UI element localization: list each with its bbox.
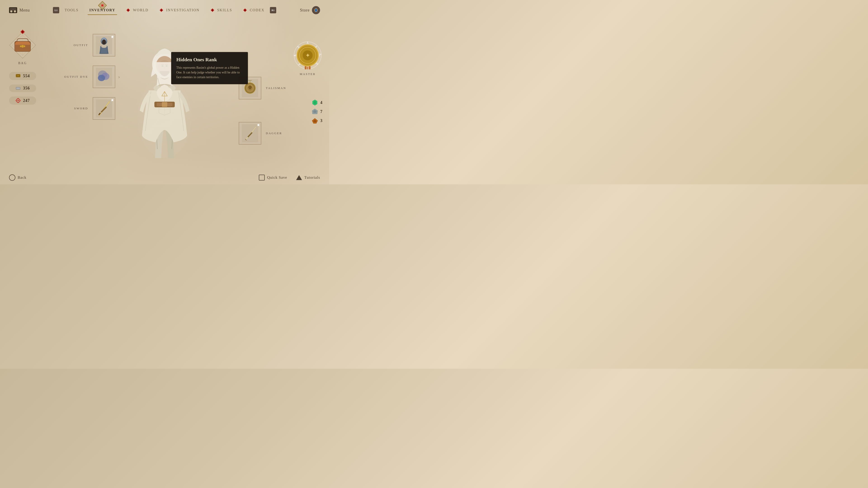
talisman-label: TALISMAN <box>266 86 288 90</box>
store-icon: 👤 <box>312 6 320 14</box>
emerald-icon <box>312 99 318 106</box>
bronze-count: 3 <box>320 119 322 123</box>
equipment-left: OUTFIT <box>63 34 115 120</box>
leather-count: 554 <box>23 74 30 78</box>
svg-text:✦: ✦ <box>306 53 310 58</box>
back-button[interactable]: Back <box>9 174 26 181</box>
bag-container: BAG <box>9 32 36 65</box>
silver-count: 7 <box>320 109 322 114</box>
outfit-dye-label: OUTFIT DYE <box>63 75 88 78</box>
equipment-right: TALISMAN DA <box>239 77 288 144</box>
svg-rect-33 <box>16 88 20 89</box>
leather-icon <box>16 73 21 78</box>
svg-point-2 <box>14 10 16 12</box>
r1-button[interactable]: R1 <box>270 7 276 13</box>
triangle-icon <box>296 175 302 180</box>
tab-codex[interactable]: Codex <box>238 5 270 15</box>
tab-investigation[interactable]: Investigation <box>154 5 205 15</box>
silver-icon <box>312 108 318 115</box>
bag-label: BAG <box>18 61 27 65</box>
outfit-dye-row: OUTFIT DYE › <box>63 66 115 88</box>
dagger-slot[interactable] <box>239 122 261 144</box>
svg-point-48 <box>98 75 105 81</box>
svg-rect-27 <box>22 45 24 48</box>
bottom-right-buttons: Quick Save Tutorials <box>259 175 320 181</box>
game-screen: Menu L1 Tools <box>0 0 329 184</box>
svg-point-35 <box>18 100 19 101</box>
sword-label: SWORD <box>63 107 88 110</box>
svg-text:‹: ‹ <box>294 53 296 58</box>
svg-text:›: › <box>319 53 320 58</box>
rank-section: ✦ ‹ › MASTER <box>293 41 322 76</box>
gear-icon <box>16 98 21 103</box>
svg-rect-38 <box>16 100 17 101</box>
tab-world[interactable]: World <box>121 5 154 15</box>
outfit-row: OUTFIT <box>63 34 115 57</box>
resource-silver-row: 7 <box>312 108 322 115</box>
dagger-star <box>257 123 260 127</box>
left-panel: BAG 554 356 <box>9 32 36 105</box>
sword-row: SWORD <box>63 97 115 120</box>
bronze-icon <box>312 118 318 124</box>
svg-rect-39 <box>20 100 21 101</box>
svg-rect-88 <box>309 66 311 69</box>
nav-tabs: L1 Tools Inventory <box>53 5 276 15</box>
quick-save-button[interactable]: Quick Save <box>259 175 287 181</box>
menu-label: Menu <box>20 8 30 13</box>
resource-bronze-row: 3 <box>312 118 322 124</box>
svg-rect-86 <box>305 66 307 69</box>
store-button[interactable]: Store 👤 <box>300 6 320 14</box>
tooltip-title: Hidden Ones Rank <box>176 57 243 63</box>
svg-text:👤: 👤 <box>315 9 318 12</box>
gear-count: 247 <box>23 98 30 103</box>
bag-slot[interactable] <box>9 32 36 59</box>
tab-inventory[interactable]: Inventory <box>84 5 121 15</box>
character-area <box>108 18 221 172</box>
l1-button[interactable]: L1 <box>53 7 59 13</box>
tooltip-text: This represents Basim's global power as … <box>176 65 243 79</box>
emerald-count: 4 <box>320 100 322 105</box>
outfit-label: OUTFIT <box>63 43 88 47</box>
svg-point-1 <box>10 10 12 12</box>
resources-panel: 4 7 3 <box>312 99 322 124</box>
svg-rect-36 <box>18 98 19 99</box>
svg-rect-3 <box>10 8 16 10</box>
tab-tools[interactable]: Tools <box>59 5 84 15</box>
svg-rect-87 <box>307 67 308 69</box>
hidden-ones-rank-tooltip: Hidden Ones Rank This represents Basim's… <box>171 52 248 84</box>
dagger-row: DAGGER <box>239 122 288 144</box>
menu-icon <box>9 7 17 13</box>
svg-point-44 <box>102 39 106 44</box>
currency-ingot: 356 <box>9 85 36 92</box>
ingot-count: 356 <box>23 86 30 91</box>
tutorials-button[interactable]: Tutorials <box>296 175 320 181</box>
bottom-bar: Back Quick Save Tutorials <box>0 171 329 184</box>
circle-icon <box>9 174 16 181</box>
currency-gear: 247 <box>9 96 36 105</box>
menu-button[interactable]: Menu <box>9 7 30 13</box>
resource-emerald-row: 4 <box>312 99 322 106</box>
currency-leather: 554 <box>9 72 36 80</box>
rank-label: MASTER <box>300 72 316 76</box>
square-icon <box>259 175 265 181</box>
rank-medallion[interactable]: ✦ ‹ › <box>293 41 322 70</box>
character-svg <box>122 27 208 163</box>
svg-rect-37 <box>18 102 19 103</box>
dagger-label: DAGGER <box>266 131 288 135</box>
tab-skills[interactable]: Skills <box>205 5 238 15</box>
ingot-icon <box>16 86 21 90</box>
svg-marker-74 <box>257 124 260 126</box>
top-navigation: Menu L1 Tools <box>0 0 329 20</box>
